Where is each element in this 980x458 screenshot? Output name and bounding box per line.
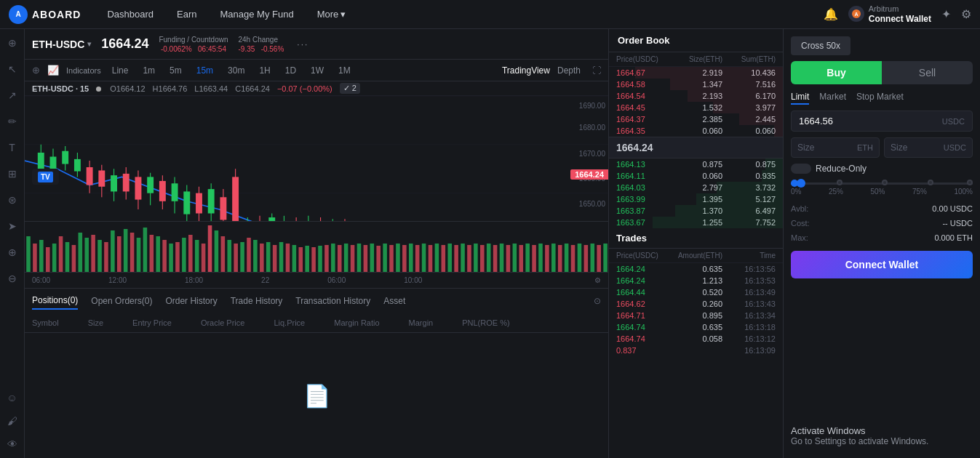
time-15m[interactable]: 15m [193, 64, 217, 77]
nav-dashboard[interactable]: Dashboard [103, 6, 158, 23]
order-type-market[interactable]: Market [819, 90, 846, 105]
indicators-label[interactable]: Indicators [66, 66, 101, 75]
tick-50[interactable] [882, 180, 888, 185]
sidebar-arrow-icon[interactable]: ➤ [4, 218, 20, 234]
nav-more[interactable]: More ▾ [313, 6, 351, 23]
tab-positions[interactable]: Positions(0) [32, 292, 78, 310]
svg-rect-154 [351, 245, 355, 272]
sidebar-zoom-out-icon[interactable]: ⊖ [4, 270, 20, 286]
view-depth[interactable]: Depth [557, 65, 581, 76]
pair-arrow: ▾ [87, 40, 91, 48]
ob-bid-row-2[interactable]: 1664.11 0.060 0.935 [609, 170, 783, 182]
order-type-limit[interactable]: Limit [791, 90, 809, 105]
price-input-row[interactable]: 1664.56 USDC [791, 111, 973, 132]
slider-track[interactable] [791, 182, 973, 185]
ob-bid-row-1[interactable]: 1664.13 0.875 0.875 [609, 158, 783, 170]
sidebar-crosshair-icon[interactable]: ⊕ [4, 35, 20, 51]
sidebar-eye-icon[interactable]: 👁 [4, 436, 20, 452]
ob-ask-row-2[interactable]: 1664.58 1.347 7.516 [609, 79, 783, 90]
svg-rect-122 [143, 228, 148, 272]
funding-area: Funding / Countdown -0.0062% 06:45:54 [159, 35, 228, 54]
time-1w[interactable]: 1W [307, 64, 327, 77]
ob-ask-row-4[interactable]: 1664.45 1.532 3.977 [609, 102, 783, 113]
tick-0[interactable] [791, 180, 798, 187]
pair-selector[interactable]: ETH-USDC ▾ [32, 39, 91, 50]
ob-ask-row-6[interactable]: 1664.35 0.060 0.060 [609, 125, 783, 137]
ob-bid-row-6[interactable]: 1663.67 1.255 7.752 [609, 217, 783, 228]
view-tradingview[interactable]: TradingView [502, 65, 550, 76]
time-settings-icon[interactable]: ⚙ [594, 276, 601, 284]
svg-rect-189 [578, 244, 582, 272]
nav-connect-wallet[interactable]: Connect Wallet [869, 14, 931, 24]
chart-toolbar: ⊕ 📈 Indicators Line 1m 5m 15m 30m 1H 1D … [25, 60, 608, 81]
chart-canvas[interactable]: 1690.00 1680.00 1670.00 1660.00 1650.00 … [25, 96, 608, 221]
avbl-row: Avbl: 0.00 USDC [791, 204, 973, 213]
expand-icon[interactable]: ⛶ [592, 65, 601, 76]
svg-rect-183 [538, 244, 543, 272]
sidebar-pencil-icon[interactable]: ✏ [4, 113, 20, 129]
ob-bid-row-3[interactable]: 1664.03 2.797 3.732 [609, 182, 783, 193]
svg-rect-139 [253, 240, 258, 272]
sidebar-trend-icon[interactable]: ↗ [4, 87, 20, 103]
reduce-only-toggle[interactable] [791, 164, 811, 174]
sidebar-zoom-in-icon[interactable]: ⊕ [4, 244, 20, 260]
chart-header: ETH-USDC ▾ 1664.24 Funding / Countdown -… [25, 29, 608, 60]
sidebar-text-icon[interactable]: T [4, 140, 20, 156]
ob-ask-row-3[interactable]: 1664.54 2.193 6.170 [609, 90, 783, 102]
tab-open-orders[interactable]: Open Orders(0) [91, 293, 152, 309]
svg-rect-109 [59, 236, 63, 272]
ob-ask-row-1[interactable]: 1664.67 2.919 10.436 [609, 67, 783, 79]
time-1m-long[interactable]: 1M [335, 64, 354, 77]
more-options-btn[interactable]: ··· [297, 39, 308, 49]
indicator-toolbar-icon[interactable]: 📈 [47, 65, 59, 76]
ob-ask-row-5[interactable]: 1664.37 2.385 2.445 [609, 113, 783, 125]
svg-rect-133 [215, 230, 219, 272]
tick-75[interactable] [928, 180, 933, 185]
chart-type-line[interactable]: Line [108, 64, 132, 77]
sidebar-magnet-icon[interactable]: ⊛ [4, 192, 20, 208]
leverage-btn[interactable]: Cross 50x [791, 36, 850, 55]
crosshair-toolbar-icon[interactable]: ⊕ [32, 65, 40, 76]
time-30m[interactable]: 30m [224, 64, 248, 77]
svg-rect-182 [532, 245, 536, 272]
svg-rect-156 [364, 245, 368, 272]
tab-settings-icon[interactable]: ⊙ [594, 296, 601, 306]
sidebar-cursor-icon[interactable]: ↖ [4, 61, 20, 77]
nav-earn[interactable]: Earn [172, 6, 201, 23]
nav-manage-fund[interactable]: Manage My Fund [216, 6, 298, 23]
svg-rect-146 [298, 247, 303, 272]
ob-bid-row-5[interactable]: 1663.87 1.370 6.497 [609, 205, 783, 217]
ohlc-multiplier[interactable]: ✓ 2 [340, 83, 360, 94]
tab-transaction-history[interactable]: Transaction History [295, 293, 370, 309]
order-type-stop-market[interactable]: Stop Market [856, 90, 904, 105]
windows-activation-notice: Activate Windows Go to Settings to activ… [791, 421, 973, 451]
notification-icon[interactable]: 🔔 [824, 7, 838, 21]
svg-rect-164 [415, 245, 420, 272]
connect-wallet-btn[interactable]: Connect Wallet [791, 251, 973, 278]
settings-icon[interactable]: ⚙ [961, 7, 971, 21]
size-input-usdc[interactable]: Size USDC [884, 137, 973, 158]
tab-trade-history[interactable]: Trade History [231, 293, 283, 309]
tick-25[interactable] [837, 180, 842, 185]
tab-order-history[interactable]: Order History [165, 293, 217, 309]
volume-chart: 500 [25, 222, 608, 272]
tick-100[interactable] [967, 180, 973, 185]
network-area[interactable]: A Arbitrum Connect Wallet [848, 4, 931, 25]
sell-btn[interactable]: Sell [882, 61, 973, 84]
size-input-eth[interactable]: Size ETH [791, 137, 880, 158]
time-5m[interactable]: 5m [166, 64, 186, 77]
logo-area[interactable]: A ABOARD [9, 5, 81, 24]
time-1d[interactable]: 1D [282, 64, 300, 77]
time-1m[interactable]: 1m [139, 64, 159, 77]
cost-label: Cost: [791, 219, 810, 228]
buy-btn[interactable]: Buy [791, 61, 882, 84]
empty-document-icon: 📄 [303, 383, 330, 409]
time-1h[interactable]: 1H [255, 64, 274, 77]
tab-asset[interactable]: Asset [383, 293, 405, 309]
sidebar-emoji-icon[interactable]: ☺ [4, 390, 20, 406]
ob-bid-row-4[interactable]: 1663.99 1.395 5.127 [609, 193, 783, 205]
sidebar-measure-icon[interactable]: ⊞ [4, 166, 20, 182]
sidebar-brush-icon[interactable]: 🖌 [4, 413, 20, 429]
theme-icon[interactable]: ✦ [941, 7, 951, 21]
time-22: 22 [261, 276, 269, 284]
